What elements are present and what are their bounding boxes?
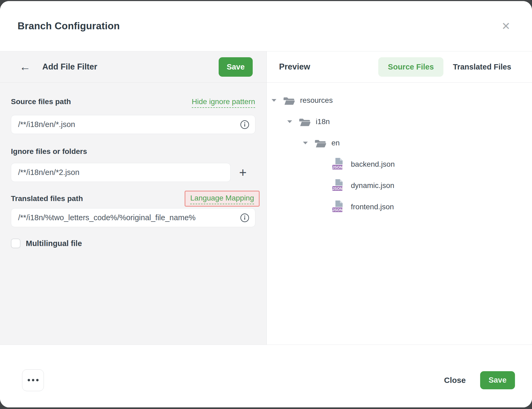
caret-down-icon[interactable] [303, 142, 308, 144]
more-options-icon[interactable] [22, 369, 44, 391]
tree-row[interactable]: en [272, 132, 532, 154]
language-mapping-link[interactable]: Language Mapping [190, 194, 254, 204]
translated-files-path-label: Translated files path [11, 194, 83, 203]
filter-title: Add File Filter [42, 62, 97, 72]
preview-panel: resources i18n en JSON backend.json JSON… [267, 83, 532, 345]
preview-header: Preview Source Files Translated Files [267, 51, 532, 82]
ignore-files-input[interactable] [11, 163, 231, 182]
file-tree: resources i18n en JSON backend.json JSON… [272, 90, 532, 218]
tab-translated-files[interactable]: Translated Files [443, 57, 521, 77]
json-file-icon: JSON [332, 179, 346, 192]
svg-text:JSON: JSON [332, 186, 342, 191]
modal-titlebar: Branch Configuration ✕ [0, 1, 532, 51]
translated-files-path-input[interactable] [11, 208, 255, 227]
caret-down-icon[interactable] [287, 120, 292, 123]
info-icon[interactable] [240, 120, 249, 129]
header-band: ← Add File Filter Save Preview Source Fi… [0, 51, 532, 83]
close-button[interactable]: Close [444, 376, 466, 385]
ignore-files-label: Ignore files or folders [11, 147, 255, 156]
tree-item-label: backend.json [351, 160, 395, 169]
preview-tabs: Source Files Translated Files [378, 57, 532, 77]
caret-down-icon[interactable] [272, 99, 276, 102]
info-icon[interactable] [240, 213, 249, 222]
tab-source-files[interactable]: Source Files [378, 57, 443, 77]
language-mapping-highlight[interactable]: Language Mapping [185, 191, 260, 207]
tree-item-label: frontend.json [351, 203, 394, 211]
json-file-icon: JSON [332, 158, 346, 171]
tree-row[interactable]: JSON backend.json [272, 154, 532, 175]
tree-item-label: resources [300, 96, 333, 105]
tree-row[interactable]: resources [272, 90, 532, 111]
modal-footer: Close Save [0, 345, 532, 407]
save-button[interactable]: Save [480, 371, 515, 389]
folder-icon [283, 96, 295, 105]
preview-title: Preview [279, 62, 310, 72]
modal-title: Branch Configuration [18, 21, 120, 32]
filter-save-button[interactable]: Save [219, 57, 253, 77]
tree-row[interactable]: JSON frontend.json [272, 196, 532, 218]
svg-text:JSON: JSON [332, 165, 342, 169]
source-files-path-input[interactable] [11, 115, 255, 134]
branch-configuration-modal: Branch Configuration ✕ ← Add File Filter… [0, 1, 532, 407]
folder-icon [314, 138, 326, 148]
file-filter-form: Source files path Hide ignore pattern Ig… [0, 83, 267, 345]
tree-item-label: en [331, 139, 340, 147]
folder-icon [299, 117, 310, 126]
tree-item-label: dynamic.json [351, 181, 394, 190]
hide-ignore-pattern-link[interactable]: Hide ignore pattern [192, 97, 255, 108]
add-ignore-pattern-icon[interactable]: + [231, 163, 255, 182]
multilingual-file-checkbox[interactable] [11, 239, 20, 248]
multilingual-file-label: Multilingual file [26, 239, 82, 248]
modal-body: Source files path Hide ignore pattern Ig… [0, 83, 532, 345]
tree-row[interactable]: i18n [272, 111, 532, 132]
json-file-icon: JSON [332, 200, 346, 214]
close-icon[interactable]: ✕ [498, 19, 513, 34]
svg-text:JSON: JSON [332, 208, 342, 212]
tree-row[interactable]: JSON dynamic.json [272, 175, 532, 196]
filter-header: ← Add File Filter Save [0, 51, 267, 82]
source-files-path-label: Source files path [11, 97, 71, 106]
back-arrow-icon[interactable]: ← [19, 61, 31, 72]
tree-item-label: i18n [316, 117, 330, 126]
